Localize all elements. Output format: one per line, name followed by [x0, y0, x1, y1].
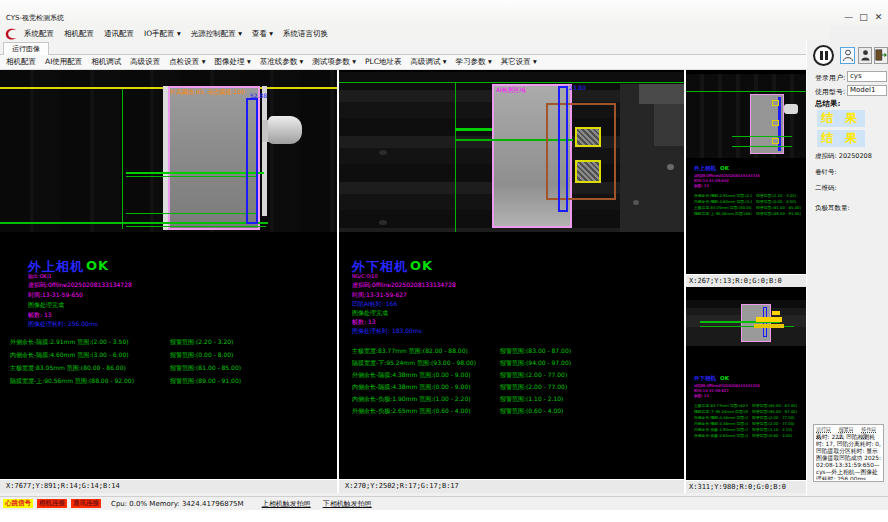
thumb-image[interactable]: [686, 74, 806, 158]
status-bar: 心跳信号 相机连接 通讯连接 Cpu: 0.0% Memory: 3424.41…: [0, 496, 888, 510]
barcode-text: 虚拟码:0ffIine20250208133134728: [352, 281, 456, 290]
tab-detect-box: [575, 127, 601, 147]
measurement-text: 主极宽度:83.05mm 范围:(80.00 - 86.00): [10, 364, 126, 373]
menu-item-light[interactable]: 光源控制配置 ▾: [191, 29, 242, 39]
menu-item-io[interactable]: IO手配置 ▾: [144, 29, 181, 39]
tab-bar: 运行图像: [0, 42, 806, 55]
thumb-meas-line: 报警范围:(1.10 - 2.10): [752, 428, 802, 433]
login-user-button[interactable]: [840, 47, 855, 64]
menu-item-language[interactable]: 系统语言切换: [283, 29, 328, 39]
thumb-meas-line: 报警范围:(94.00 - 97.00): [752, 410, 802, 415]
minimize-button[interactable]: —: [841, 11, 856, 23]
result-display-1: 结 果: [817, 110, 865, 127]
thumb-text-line: 时间:13-31-59-627: [694, 389, 794, 394]
model-field[interactable]: Model1: [847, 85, 887, 96]
measure-line: [455, 128, 492, 131]
log-panel: 运行日志 报警日志 操作日志 耗时: 222, 凹陷检测耗时: 17, 凹陷分离…: [813, 424, 884, 482]
operator-button[interactable]: [858, 47, 872, 64]
measure-line: [126, 213, 258, 214]
tool-advanced-debug[interactable]: 高级调试 ▾: [410, 57, 446, 67]
thumbnail-panel-lower[interactable]: 外下相机 OK 虚拟码:0ffIine20250208133134728 时间:…: [686, 287, 806, 493]
thumb-text-line: 帧数: 13: [694, 394, 794, 399]
alarm-range-text: 报警范围:(2.00 - 77.00): [500, 371, 567, 380]
ok-badge: OK: [86, 258, 109, 273]
measure-line: [732, 136, 792, 137]
alarm-range-text: 报警范围:(1.10 - 2.10): [500, 395, 563, 404]
tab-detect-box: [772, 100, 779, 106]
login-user-field[interactable]: cys: [847, 71, 887, 82]
lower-camera-trigger-link[interactable]: 下相机触发拍照: [323, 499, 372, 509]
measurement-text: 内侧余长-隔膜:4.38mm 范围:(0.00 - 9.00): [352, 383, 471, 392]
tool-learn-params[interactable]: 学习参数 ▾: [456, 57, 492, 67]
pause-button[interactable]: [813, 45, 834, 66]
machine-part: [654, 104, 684, 146]
tool-test-params[interactable]: 测试项参数 ▾: [312, 57, 356, 67]
tool-plc-table[interactable]: PLC地址表: [365, 57, 401, 67]
measure-line: [126, 172, 264, 174]
exit-button[interactable]: [874, 47, 888, 64]
thumb-meas-line: 报警范围:(2.20 - 3.20): [756, 194, 802, 199]
menu-item-camera[interactable]: 相机配置: [64, 29, 94, 39]
tool-advanced-settings[interactable]: 高级设置: [130, 57, 160, 67]
negative-tab-count-label: 负极耳数量:: [815, 204, 850, 213]
green-vertical-line: [122, 89, 123, 229]
process-done-text: 图像处理完成: [352, 309, 388, 318]
detect-region-box: [546, 103, 616, 200]
ai-area-label: AI检测区域: [496, 86, 526, 95]
thumb-meas-line: 内侧余长-隔膜:4.60mm 范围:(3.00 - 6.00): [694, 200, 752, 205]
result-sub-text: 输出:OK|1: [28, 273, 52, 279]
thumb-camera-title: 外下相机: [694, 375, 716, 382]
measurement-text: 隔膜宽度-上:90.56mm 范围:(88.00 - 92.00): [10, 377, 134, 386]
thumb-meas-line: 报警范围:(83.00 - 87.00): [752, 404, 802, 409]
window-controls: — □ ✕: [841, 11, 886, 23]
thumb-text-line: 时间:13-31-59-650: [694, 179, 794, 184]
bottom-margin: [0, 510, 888, 522]
pause-icon: [820, 51, 823, 60]
tool-image-process[interactable]: 图像处理 ▾: [215, 57, 251, 67]
alarm-range-text: 报警范围:(0.00 - 8.00): [170, 351, 233, 360]
pixel-coordinate-readout: X:270;Y:2502;R:17;G:17;B:17: [339, 479, 684, 493]
tab-detect-box: [575, 160, 601, 183]
close-button[interactable]: ✕: [871, 11, 886, 23]
tool-other-settings[interactable]: 其它设置 ▾: [501, 57, 537, 67]
thumb-meas-line: 外侧余长-负极:2.65mm 范围:(0.60 - 4.00): [694, 434, 748, 439]
thumb-meas-line: 外侧余长-隔膜:4.38mm 范围:(0.00 - 9.00): [694, 416, 748, 421]
maximize-button[interactable]: □: [856, 11, 871, 23]
camera-connection-badge: 相机连接: [37, 499, 67, 508]
tool-ai-config[interactable]: AI使用配置: [45, 57, 82, 67]
process-done-text: 图像处理完成: [28, 301, 64, 310]
thumb-image[interactable]: [686, 300, 806, 346]
tool-baseline-params[interactable]: 基准线参数 ▾: [260, 57, 304, 67]
thumb-ok-badge: OK: [720, 375, 729, 381]
machine-bolt: [633, 200, 639, 205]
blue-measure-label: 52.88: [250, 92, 267, 99]
tool-camera-debug[interactable]: 相机调试: [91, 57, 121, 67]
blue-measure-box: [558, 86, 568, 212]
thumb-meas-line: 报警范围:(2.00 - 77.00): [752, 416, 802, 421]
alarm-range-text: 报警范围:(2.20 - 3.20): [170, 338, 233, 347]
tab-connector-blob: [784, 104, 798, 114]
tab-connector-blob: [268, 116, 302, 144]
green-line: [686, 91, 806, 92]
elapsed-text: 图像处理耗时: 256.00ms: [28, 320, 98, 329]
middle-camera-image[interactable]: AI检测区域 123.80: [339, 72, 684, 232]
tool-camera-config[interactable]: 相机配置: [6, 57, 36, 67]
green-vertical-line: [455, 82, 456, 232]
virtual-code-value: 20250208: [839, 152, 872, 160]
menu-item-system[interactable]: 系统配置: [24, 29, 54, 39]
tab-run-image[interactable]: 运行图像: [3, 42, 49, 55]
tool-spot-check[interactable]: 点检设置 ▾: [169, 57, 205, 67]
upper-camera-trigger-link[interactable]: 上相机触发拍照: [262, 499, 311, 509]
thumbnail-panel-upper[interactable]: 外上相机 OK 虚拟码:0ffIine20250208133134728 时间:…: [686, 70, 806, 287]
thumb-meas-line: 报警范围:(81.00 - 85.00): [756, 206, 802, 211]
measure-line: [732, 146, 792, 147]
virtual-code-label: 虚拟码:: [815, 152, 837, 160]
menu-item-view[interactable]: 查看 ▾: [252, 29, 273, 39]
measurement-text: 外侧余长-隔膜:2.91mm 范围:(2.00 - 3.50): [10, 338, 129, 347]
left-camera-image[interactable]: 针高阈值:93, 动态阈值:100 52.88: [0, 70, 337, 232]
pixel-coordinate-readout: X:7677;Y:891;R:14;G:14;B:14: [0, 479, 337, 493]
menu-item-comm[interactable]: 通讯配置: [104, 29, 134, 39]
thumb-text-line: 虚拟码:0ffIine20250208133134728: [694, 174, 794, 179]
frame-count-text: 帧数: 13: [28, 311, 52, 320]
thumb-meas-line: 报警范围:(0.60 - 4.00): [752, 434, 802, 439]
